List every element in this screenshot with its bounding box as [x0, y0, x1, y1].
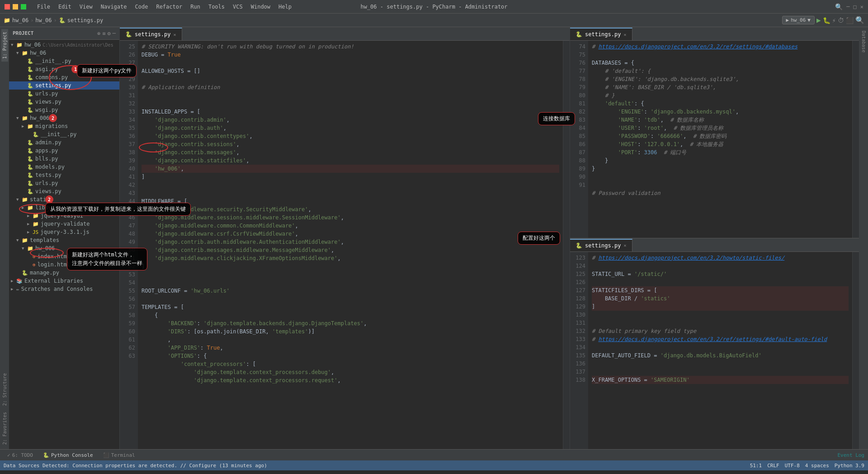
- breadcrumb-hw06-inner[interactable]: hw_06: [35, 17, 52, 24]
- breadcrumb-hw06[interactable]: hw_06: [12, 17, 28, 24]
- menu-window[interactable]: Window: [247, 2, 274, 11]
- minimize-panel-icon[interactable]: ─: [113, 30, 116, 37]
- tree-item-templates[interactable]: ▼ 📁 templates: [9, 236, 119, 244]
- debug-button[interactable]: 🐛: [823, 17, 830, 24]
- coverage-button[interactable]: ⚡: [832, 17, 836, 24]
- tree-item-ext-libs[interactable]: ▶ 📚 External Libraries: [9, 277, 119, 285]
- stop-button[interactable]: ⬛: [846, 17, 854, 24]
- tab-close-split-bottom[interactable]: ✕: [623, 243, 626, 248]
- badge-1: 1: [71, 65, 80, 73]
- tree-item-migrations-init[interactable]: 🐍 __init__.py: [9, 130, 119, 138]
- profile-button[interactable]: ⏱: [838, 17, 844, 24]
- tree-item-tests[interactable]: 🐍 tests.py: [9, 171, 119, 179]
- tree-item-wsgi[interactable]: 🐍 wsgi.py: [9, 106, 119, 114]
- tree-item-index-html[interactable]: ⊕ index.html: [9, 252, 119, 261]
- breadcrumb-filename[interactable]: settings.py: [67, 17, 103, 24]
- tree-item-jquery-easyui[interactable]: ▶ 📁 jquery-easyui: [9, 212, 119, 220]
- code-line-46: 'django.middleware.sessions.middleware.S…: [142, 213, 559, 222]
- tab-close-split-top[interactable]: ✕: [623, 32, 626, 37]
- menu-vcs[interactable]: VCS: [229, 2, 246, 11]
- tree-item-login-html[interactable]: ⊕ login.html: [9, 261, 119, 269]
- split-top-code[interactable]: # https://docs.djangoproject.com/en/3.2/…: [588, 41, 852, 238]
- menu-help[interactable]: Help: [275, 2, 295, 11]
- code-line-37: 'django.contrib.sessions',: [142, 140, 559, 148]
- tree-item-statics[interactable]: ▼ 📁 statics 2: [9, 195, 119, 204]
- menu-code[interactable]: Code: [132, 2, 152, 11]
- folder-icon: 📁: [16, 42, 23, 48]
- tree-item-init[interactable]: 🐍 __init__.py: [9, 57, 119, 65]
- tab-close-main[interactable]: ✕: [173, 32, 176, 37]
- tab-todo[interactable]: ✓ 6: TODO: [4, 451, 37, 459]
- main-code-content[interactable]: # SECURITY WARNING: don't run with debug…: [138, 41, 563, 449]
- code-line-35: 'django.contrib.auth',: [142, 124, 559, 132]
- tree-item-admin[interactable]: 🐍 admin.py: [9, 138, 119, 147]
- menu-edit[interactable]: Edit: [55, 2, 75, 11]
- tree-item-hw006[interactable]: ▼ 📁 hw_006 2: [9, 114, 119, 122]
- tree-item-manage[interactable]: 🐍 manage.py: [9, 269, 119, 277]
- split-bottom-line-123: # https://docs.djangoproject.com/en/3.2/…: [592, 254, 849, 262]
- folder-icon: 📁: [22, 237, 28, 243]
- tree-item-settings[interactable]: 🐍 settings.py: [9, 81, 119, 90]
- locate-icon[interactable]: ⊕: [97, 30, 100, 37]
- code-line-56: [142, 295, 559, 303]
- project-dropdown[interactable]: ▶ hw_06 ▼: [782, 16, 815, 24]
- code-line-62: 'APP_DIRS': True,: [142, 344, 559, 352]
- tree-item-models[interactable]: 🐍 models.py: [9, 163, 119, 171]
- code-line-34: 'django.contrib.admin',: [142, 116, 559, 124]
- event-log-link[interactable]: Event Log: [837, 452, 864, 458]
- settings-icon[interactable]: ⚙: [108, 30, 111, 37]
- database-icon[interactable]: Database: [860, 29, 867, 54]
- folder-icon: 📁: [22, 50, 28, 56]
- menu-navigate[interactable]: Navigate: [97, 2, 131, 11]
- tab-python-console[interactable]: 🐍 Python Console: [39, 451, 97, 459]
- code-line-51: 'django.middleware.clickjacking.XFrameOp…: [142, 254, 559, 262]
- tab-settings-main[interactable]: 🐍 settings.py ✕: [120, 28, 182, 40]
- py-icon: 🐍: [27, 172, 33, 178]
- project-view-icon[interactable]: 1: Project: [1, 29, 8, 62]
- search-icon[interactable]: 🔍: [835, 3, 843, 10]
- tree-item-scratches[interactable]: ▶ ✏ Scratches and Consoles: [9, 285, 119, 293]
- split-top-line-84: 'USER': 'root', # 数据库管理员名称: [592, 124, 849, 132]
- tree-item-libs[interactable]: ▶ 📁 libs: [9, 204, 119, 212]
- maximize-icon[interactable]: □: [854, 4, 857, 10]
- tree-item-urls2[interactable]: 🐍 urls.py: [9, 179, 119, 187]
- split-top-line-91: [592, 181, 849, 189]
- code-line-52: ]: [142, 262, 559, 270]
- folder-icon: 📁: [33, 213, 39, 219]
- tab-settings-split-bottom[interactable]: 🐍 settings.py ✕: [570, 239, 632, 251]
- tree-item-views2[interactable]: 🐍 views.py: [9, 187, 119, 195]
- bottom-right-info: Event Log: [837, 452, 864, 458]
- tree-item-jquery-validate[interactable]: ▶ 📁 jquery-validate: [9, 220, 119, 228]
- tab-terminal[interactable]: ⬛ Terminal: [99, 451, 139, 459]
- search-everywhere-icon[interactable]: 🔍: [855, 16, 864, 24]
- run-button[interactable]: ▶: [816, 16, 821, 24]
- menu-tools[interactable]: Tools: [205, 2, 228, 11]
- minimize-icon[interactable]: ─: [846, 4, 849, 10]
- code-line-38: 'django.contrib.messages',: [142, 148, 559, 156]
- run-icon: ▶: [786, 17, 789, 23]
- tree-item-hw06-root[interactable]: ▼ 📁 hw_06 C:\Users\Administrator\Des: [9, 41, 119, 49]
- tree-item-templates-hw006[interactable]: ▼ 📁 hw_006: [9, 244, 119, 252]
- js-icon: JS: [33, 229, 38, 235]
- tree-item-commons[interactable]: 🐍 commons.py: [9, 73, 119, 81]
- terminal-icon: ⬛: [103, 452, 109, 458]
- structure-view-icon[interactable]: 2: Structure: [1, 370, 8, 408]
- menu-refactor[interactable]: Refactor: [152, 2, 186, 11]
- code-line-31: [142, 91, 559, 100]
- tree-item-migrations[interactable]: ▶ 📁 migrations: [9, 122, 119, 130]
- split-bottom-code[interactable]: # https://docs.djangoproject.com/en/3.2/…: [588, 252, 852, 450]
- tree-item-views[interactable]: 🐍 views.py: [9, 98, 119, 106]
- tab-settings-split-top[interactable]: 🐍 settings.py ✕: [570, 28, 632, 40]
- tree-item-asgi[interactable]: 🐍 asgi.py 1: [9, 65, 119, 73]
- favorites-icon[interactable]: 2: Favorites: [1, 409, 8, 447]
- tree-item-jquery-js[interactable]: ▶ JS jquery-3.3.1.js: [9, 228, 119, 236]
- tree-item-urls[interactable]: 🐍 urls.py: [9, 90, 119, 98]
- tree-item-hw06-inner[interactable]: ▼ 📁 hw_06: [9, 49, 119, 57]
- menu-view[interactable]: View: [76, 2, 96, 11]
- scroll-icon[interactable]: ≡: [102, 30, 105, 37]
- menu-file[interactable]: File: [33, 2, 54, 11]
- menu-run[interactable]: Run: [187, 2, 204, 11]
- tree-item-blls[interactable]: 🐍 blls.py: [9, 155, 119, 163]
- close-icon[interactable]: ✕: [860, 4, 863, 10]
- tree-item-apps[interactable]: 🐍 apps.py: [9, 147, 119, 155]
